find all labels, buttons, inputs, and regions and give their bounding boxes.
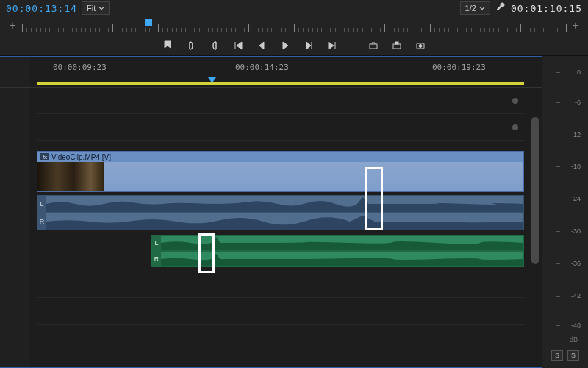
meter-scale-label: -24 xyxy=(562,195,581,202)
clip-thumbnail xyxy=(37,162,104,191)
navigator-ruler[interactable] xyxy=(22,19,566,32)
waveform xyxy=(46,196,523,212)
resolution-select[interactable]: 1/2 xyxy=(460,1,490,15)
vertical-scrollbar[interactable] xyxy=(531,117,539,264)
zoom-fit-label: Fit xyxy=(87,4,96,13)
meter-scale-label: 0 xyxy=(562,68,581,76)
svg-point-4 xyxy=(419,44,422,47)
clip-header: fx VideoClip.MP4 [V] xyxy=(37,152,523,162)
audio-meter: 0-6-12-18-24-30-36-42-48 dB S S xyxy=(542,56,588,368)
db-unit-label: dB xyxy=(570,336,578,343)
marker-add-button[interactable] xyxy=(161,39,174,52)
meter-scale-label: -6 xyxy=(562,99,581,106)
top-bar: 00:00:13:14 Fit 1/2 00:01:10:15 xyxy=(0,0,588,16)
svg-rect-1 xyxy=(393,44,401,49)
step-forward-button[interactable] xyxy=(302,39,315,52)
ruler-label: 00:00:14:23 xyxy=(235,63,289,72)
navigator-strip: + + xyxy=(0,16,588,35)
channel-label-r: R xyxy=(37,213,46,230)
audio-clip-right[interactable]: R xyxy=(37,213,524,230)
navigator-playhead-icon[interactable] xyxy=(145,19,152,26)
waveform xyxy=(46,213,523,230)
svg-rect-0 xyxy=(370,44,377,49)
zoom-fit-select[interactable]: Fit xyxy=(82,1,110,15)
go-to-in-button[interactable] xyxy=(232,39,245,52)
export-frame-button[interactable] xyxy=(414,39,427,52)
audio-music-left[interactable]: L xyxy=(151,235,524,251)
zoom-in-left-icon[interactable]: + xyxy=(7,19,18,32)
transport-controls xyxy=(0,35,588,56)
solo-button-left[interactable]: S xyxy=(551,350,563,361)
fx-badge-icon[interactable]: fx xyxy=(40,153,49,160)
play-button[interactable] xyxy=(279,39,292,52)
meter-scale-label: -48 xyxy=(562,322,581,329)
channel-label-r: R xyxy=(152,252,161,266)
ruler-label: 00:00:09:23 xyxy=(53,63,107,72)
tracks-area: fx VideoClip.MP4 [V] L R xyxy=(0,88,542,367)
chevron-down-icon xyxy=(479,5,485,11)
audio-music-right[interactable]: R xyxy=(151,251,524,267)
video-clip[interactable]: fx VideoClip.MP4 [V] xyxy=(37,151,524,192)
playhead[interactable] xyxy=(212,57,212,367)
meter-scale-label: -30 xyxy=(562,227,581,235)
audio-clip-left[interactable]: L xyxy=(37,195,524,213)
source-timecode[interactable]: 00:00:13:14 xyxy=(6,3,77,14)
ruler-label: 00:00:19:23 xyxy=(432,63,486,72)
meter-scale-label: -42 xyxy=(562,292,581,300)
program-timecode[interactable]: 00:01:10:15 xyxy=(511,3,582,14)
lift-button[interactable] xyxy=(367,39,380,52)
chevron-down-icon xyxy=(98,5,104,11)
lane-handle-icon[interactable] xyxy=(512,124,518,130)
go-to-out-button[interactable] xyxy=(326,39,339,52)
svg-rect-2 xyxy=(395,42,398,44)
step-back-button[interactable] xyxy=(255,39,268,52)
meter-scale-label: -12 xyxy=(562,131,581,138)
waveform xyxy=(161,252,523,266)
extract-button[interactable] xyxy=(390,39,404,52)
zoom-in-right-icon[interactable]: + xyxy=(570,19,581,32)
solo-button-right[interactable]: S xyxy=(567,350,579,361)
meter-scale-label: -36 xyxy=(562,260,581,267)
settings-wrench-icon[interactable] xyxy=(495,1,506,15)
channel-label-l: L xyxy=(37,196,46,212)
channel-label-l: L xyxy=(152,236,161,250)
timeline-ruler[interactable]: 00:00:09:23 00:00:14:23 00:00:19:23 xyxy=(0,57,542,88)
timeline-panel: 00:00:09:23 00:00:14:23 00:00:19:23 fx V… xyxy=(0,56,542,368)
waveform xyxy=(161,236,523,250)
mark-out-button[interactable] xyxy=(208,39,221,52)
resolution-label: 1/2 xyxy=(465,4,476,13)
meter-scale: 0-6-12-18-24-30-36-42-48 xyxy=(550,63,582,333)
work-area-bar[interactable] xyxy=(37,82,524,85)
clip-title: VideoClip.MP4 [V] xyxy=(51,153,111,161)
mark-in-button[interactable] xyxy=(184,39,198,52)
meter-scale-label: -18 xyxy=(562,163,581,170)
lane-handle-icon[interactable] xyxy=(512,98,518,104)
